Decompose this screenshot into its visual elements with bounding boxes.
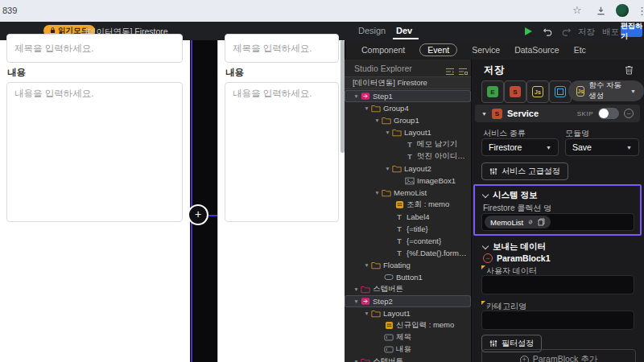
expand-arrow[interactable]: ▼ — [353, 359, 360, 362]
collection-name-label: Firestore 콜렉션 명 — [483, 203, 551, 214]
tree-item[interactable]: T멋진 아이디… — [345, 150, 471, 162]
expand-arrow[interactable]: ▼ — [353, 93, 360, 99]
expand-arrow[interactable]: ▼ — [353, 286, 360, 292]
remove-param-block-icon[interactable]: − — [483, 253, 493, 263]
remove-service-icon[interactable]: − — [624, 109, 634, 118]
service-block-title: Service — [507, 109, 572, 118]
tree-item[interactable]: ▼Layout1 — [345, 307, 471, 319]
content-textarea[interactable] — [225, 82, 339, 222]
expand-arrow[interactable]: ▼ — [353, 298, 360, 304]
tree-item[interactable]: 신규입력 : memo — [345, 319, 471, 331]
undo-icon[interactable] — [543, 26, 553, 40]
redo-icon[interactable] — [561, 26, 572, 40]
auto-generate-function-button[interactable]: Js 함수 자동 생성 ▼ — [568, 80, 644, 101]
collection-chip[interactable]: MemoList — [485, 216, 551, 228]
title-input[interactable] — [6, 34, 183, 63]
tree-item[interactable]: ImageBox1 — [345, 175, 471, 187]
tab-dev[interactable]: Dev — [396, 26, 412, 35]
tree-item[interactable]: 조회 : memo — [345, 199, 471, 211]
tree-item-label: Floating — [383, 261, 411, 269]
expand-arrow[interactable]: ▼ — [363, 311, 370, 316]
deploy-button[interactable]: 배포 — [602, 27, 619, 38]
download-icon[interactable] — [596, 6, 606, 19]
category-name-input[interactable] — [481, 311, 634, 330]
service-block-button[interactable]: S — [504, 80, 526, 103]
trash-icon[interactable] — [625, 64, 634, 78]
expand-arrow[interactable]: ▼ — [374, 190, 381, 195]
folder-icon — [391, 164, 402, 173]
expand-arrow[interactable]: ▼ — [363, 105, 370, 111]
param-block-label: ParamBlock1 — [497, 253, 551, 263]
tree-item[interactable]: TLabel4 — [345, 211, 471, 223]
folder-icon — [370, 309, 382, 318]
tree-item-label: Layout1 — [383, 309, 411, 318]
browser-tab-title: 839 — [2, 6, 17, 15]
service-type-label: 서비스 종류 — [483, 128, 526, 139]
explorer-title: Studio Explorer — [354, 64, 412, 73]
tab-event[interactable]: Event — [419, 43, 457, 56]
image-icon — [404, 177, 415, 185]
step-icon — [360, 92, 371, 101]
module-name-select[interactable]: Save▼ — [565, 138, 639, 156]
explorer-root-item[interactable]: [데이터연동] Firestore — [345, 76, 471, 89]
service-advanced-button[interactable]: 서비스 고급설정 — [481, 162, 568, 180]
db-icon — [394, 200, 405, 209]
tree-item[interactable]: ▼스텝버튼 — [345, 283, 471, 295]
tree-item[interactable]: ▼Group4 — [345, 102, 471, 114]
tree-item[interactable]: ▼MemoList — [345, 187, 471, 199]
expand-arrow[interactable]: ▼ — [374, 117, 381, 123]
service-block-header[interactable]: ▼ S Service SKIP − — [475, 105, 640, 122]
service-type-select[interactable]: Firestore▼ — [481, 138, 559, 156]
studio-explorer-panel: Studio Explorer [데이터연동] Firestore ▼Step1… — [345, 60, 471, 362]
user-data-input[interactable] — [481, 275, 634, 294]
expand-arrow[interactable]: ▼ — [384, 166, 391, 171]
tab-design[interactable]: Design — [358, 26, 386, 35]
tab-etc[interactable]: Etc — [574, 45, 586, 55]
folder-icon — [381, 188, 392, 197]
tree-item[interactable]: T메모 남기기 — [345, 138, 471, 150]
advanced-label: 서비스 고급설정 — [502, 166, 560, 177]
outgoing-data-header[interactable]: 보내는 데이터 — [483, 241, 546, 253]
bookmark-star-icon[interactable]: ☆ — [572, 4, 582, 16]
content-textarea[interactable] — [6, 82, 183, 222]
tree-item[interactable]: ▼스텝버튼 — [345, 356, 471, 362]
edit-button[interactable]: 편집하기 — [621, 25, 642, 37]
tab-service[interactable]: Service — [472, 45, 500, 55]
chevron-down-icon — [482, 242, 489, 249]
title-input[interactable] — [225, 34, 339, 63]
expand-arrow[interactable]: ▼ — [363, 262, 370, 268]
system-info-header[interactable]: 시스템 정보 — [483, 190, 537, 201]
add-step-button[interactable]: + — [188, 204, 208, 225]
tab-datasource[interactable]: DataSource — [514, 45, 559, 55]
folder-icon — [370, 261, 382, 269]
kebab-menu-icon[interactable]: ⋮ — [637, 5, 644, 17]
tree-item[interactable]: 제목 — [345, 331, 471, 343]
expand-arrow[interactable]: ▼ — [481, 111, 487, 117]
profile-avatar[interactable] — [616, 4, 629, 17]
skip-toggle[interactable] — [598, 108, 619, 119]
tree-item-label: Label4 — [407, 212, 430, 221]
tree-item[interactable]: T{%f.Date().form… — [345, 247, 471, 259]
tree-item[interactable]: Button1 — [345, 271, 471, 283]
expand-arrow[interactable]: ▼ — [384, 130, 391, 135]
tree-item[interactable]: ▼Group1 — [345, 114, 471, 126]
tree-item[interactable]: ▼Step2 — [345, 295, 471, 307]
pinkfolder-icon — [360, 357, 371, 362]
module-name-value: Save — [572, 142, 592, 152]
tree-item[interactable]: T{=title} — [345, 223, 471, 235]
tree-item[interactable]: ▼Floating — [345, 259, 471, 271]
tree-item[interactable]: T{=content} — [345, 235, 471, 247]
tree-item-label: Step1 — [373, 92, 393, 101]
save-button[interactable]: 저장 — [578, 27, 595, 38]
js-block-button[interactable]: Js — [526, 80, 549, 103]
explorer-header: Studio Explorer — [345, 60, 471, 76]
browser-chrome: 839 ☆ ⋮ — [0, 0, 644, 22]
tab-component[interactable]: Component — [361, 45, 405, 55]
tree-item[interactable]: ▼Step1 — [345, 90, 471, 102]
event-block-button[interactable]: E — [481, 80, 504, 103]
tree-item[interactable]: 내용 — [345, 343, 471, 356]
play-icon[interactable] — [525, 27, 532, 35]
add-param-block-button[interactable]: + ParamBlock 추가 — [481, 349, 636, 362]
tree-item[interactable]: ▼Layout2 — [345, 162, 471, 175]
tree-item[interactable]: ▼Layout1 — [345, 126, 471, 138]
